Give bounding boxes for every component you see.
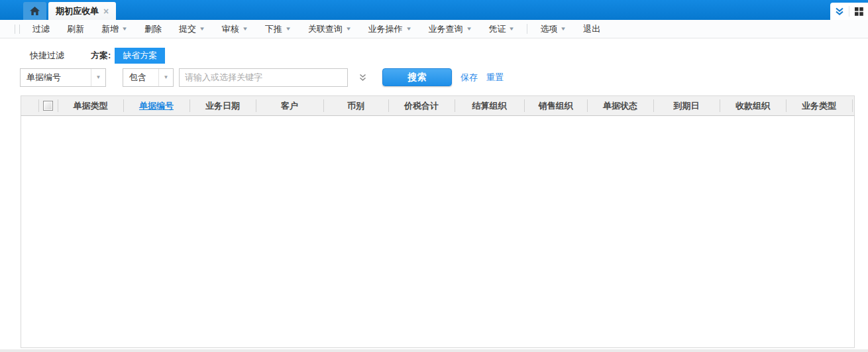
toolbar-button[interactable]: 退出	[574, 23, 609, 35]
column-header[interactable]: 单据状态	[587, 96, 653, 115]
chevron-down-icon[interactable]: ▼	[91, 69, 105, 86]
chevron-down-icon: ▼	[345, 26, 352, 32]
toolbar-button-label: 刷新	[67, 23, 84, 35]
column-header[interactable]: 单据类型	[58, 96, 123, 115]
grid-header-row: 单据类型单据编号业务日期客户币别价税合计结算组织销售组织单据状态到期日收款组织业…	[21, 95, 855, 116]
toolbar-button-label: 业务操作	[368, 23, 403, 35]
toolbar-button[interactable]: 凭证▼	[480, 23, 523, 35]
toolbar-button-label: 删除	[144, 23, 162, 35]
column-header[interactable]: 收款组织	[720, 96, 786, 115]
toolbar-button[interactable]: 新增▼	[93, 23, 136, 35]
column-header[interactable]: 销售组织	[524, 96, 587, 115]
toolbar-button[interactable]: 关联查询▼	[299, 23, 360, 35]
data-grid: 单据类型单据编号业务日期客户币别价税合计结算组织销售组织单据状态到期日收款组织业…	[21, 95, 855, 348]
toolbar-grip	[15, 25, 15, 34]
chevron-down-icon: ▼	[199, 26, 205, 32]
toolbar-button-label: 业务查询	[429, 23, 463, 35]
home-tab[interactable]	[23, 2, 46, 20]
toolbar-separator	[527, 24, 527, 34]
chevron-down-icon: ▼	[406, 26, 412, 32]
quick-filter-label[interactable]: 快捷过滤	[30, 50, 64, 62]
chevron-down-icon: ▼	[561, 26, 567, 32]
row-gutter-header	[21, 96, 38, 115]
toolbar-button-label: 选项	[540, 23, 557, 35]
top-tab-bar: 期初应收单 ×	[0, 0, 868, 20]
toolbar-button-label: 新增	[101, 23, 119, 35]
toolbar-grip	[19, 25, 20, 34]
field-select-value: 单据编号	[27, 72, 61, 84]
toolbar-button-label: 审核	[222, 23, 239, 35]
expand-filters-icon[interactable]	[358, 73, 367, 82]
toolbar-button[interactable]: 下推▼	[256, 23, 299, 35]
keyword-input[interactable]	[179, 68, 348, 87]
apps-grid-icon[interactable]	[849, 3, 868, 20]
toolbar-button-label: 过滤	[32, 23, 50, 35]
reset-link[interactable]: 重置	[486, 72, 504, 84]
field-select[interactable]: 单据编号 ▼	[20, 68, 106, 87]
tab-title: 期初应收单	[56, 5, 99, 17]
toolbar-button-label: 提交	[179, 23, 196, 35]
chevron-down-icon[interactable]: ▼	[158, 69, 173, 86]
tab-initial-receivable[interactable]: 期初应收单 ×	[48, 2, 116, 20]
filter-scheme-row: 快捷过滤 方案: 缺省方案	[30, 48, 868, 63]
toolbar-button-label: 退出	[583, 23, 600, 35]
select-all-header	[38, 96, 58, 115]
chevron-down-icon: ▼	[242, 26, 248, 32]
toolbar-button-label: 下推	[265, 23, 282, 35]
column-header[interactable]: 单据编号	[123, 96, 190, 115]
tab-close-icon[interactable]: ×	[103, 7, 109, 16]
toolbar-button-label: 关联查询	[308, 23, 343, 35]
column-header[interactable]: 币别	[323, 96, 388, 115]
toolbar-button[interactable]: 业务操作▼	[360, 23, 420, 35]
column-header-filler	[852, 96, 854, 115]
toolbar-items: 过滤刷新新增▼删除提交▼审核▼下推▼关联查询▼业务操作▼业务查询▼凭证▼选项▼退…	[24, 23, 609, 35]
column-header[interactable]: 到期日	[653, 96, 720, 115]
operator-select[interactable]: 包含 ▼	[123, 68, 174, 87]
operator-select-value: 包含	[129, 72, 146, 84]
column-header[interactable]: 业务类型	[786, 96, 852, 115]
toolbar-button[interactable]: 过滤	[24, 23, 58, 35]
filter-condition-row: 单据编号 ▼ 包含 ▼ 搜索 保存 重置	[20, 68, 868, 87]
bottom-strip	[0, 349, 868, 352]
toolbar-button[interactable]: 刷新	[58, 23, 93, 35]
column-header[interactable]: 客户	[256, 96, 323, 115]
toolbar-button-label: 凭证	[488, 23, 506, 35]
save-link[interactable]: 保存	[461, 72, 478, 84]
chevron-down-icon: ▼	[509, 26, 515, 32]
toolbar-button[interactable]: 提交▼	[170, 23, 213, 35]
select-all-checkbox[interactable]	[43, 101, 53, 111]
toolbar: 过滤刷新新增▼删除提交▼审核▼下推▼关联查询▼业务操作▼业务查询▼凭证▼选项▼退…	[0, 20, 868, 38]
scheme-default-badge[interactable]: 缺省方案	[115, 48, 165, 64]
grid-body-empty[interactable]	[21, 116, 855, 348]
home-icon	[30, 7, 40, 16]
toolbar-button[interactable]: 删除	[136, 23, 170, 35]
toolbar-button[interactable]: 选项▼	[531, 23, 574, 35]
tab-list-chevron-icon[interactable]	[830, 3, 849, 20]
toolbar-button[interactable]: 业务查询▼	[420, 23, 480, 35]
topbar-right-tools	[830, 3, 868, 20]
column-header[interactable]: 价税合计	[388, 96, 455, 115]
scheme-label: 方案:	[91, 50, 111, 62]
chevron-down-icon: ▼	[121, 26, 128, 32]
search-button[interactable]: 搜索	[382, 68, 452, 86]
column-header[interactable]: 业务日期	[190, 96, 256, 115]
chevron-down-icon: ▼	[466, 26, 472, 32]
column-header[interactable]: 结算组织	[455, 96, 524, 115]
toolbar-button[interactable]: 审核▼	[213, 23, 256, 35]
chevron-down-icon: ▼	[285, 26, 292, 32]
